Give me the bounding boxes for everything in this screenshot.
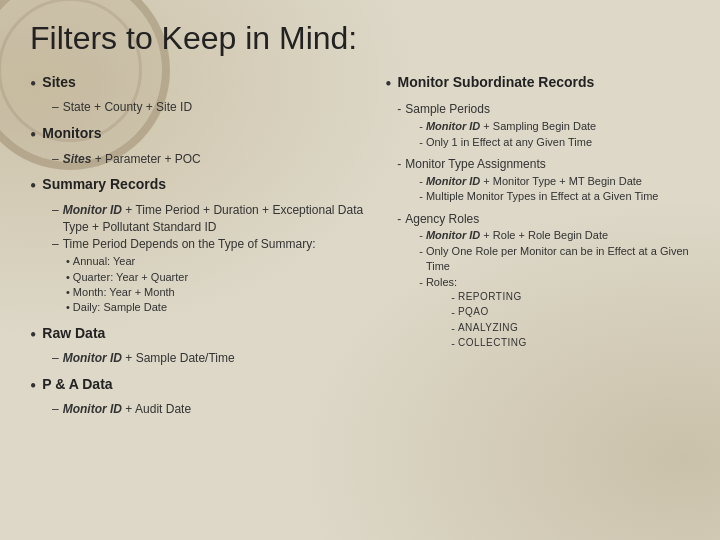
- sites-subitem: – State + County + Site ID: [52, 99, 365, 116]
- summary-type-quarter: •Quarter: Year + Quarter: [66, 270, 365, 285]
- left-column: • Sites – State + County + Site ID • Mon…: [30, 73, 365, 426]
- summary-records-section: • Summary Records – Monitor ID + Time Pe…: [30, 175, 365, 315]
- agency-roles-section: - Agency Roles - Monitor ID + Role + Rol…: [397, 211, 690, 352]
- raw-data-section: • Raw Data – Monitor ID + Sample Date/Ti…: [30, 324, 365, 367]
- sample-periods-sub-2: - Only 1 in Effect at any Given Time: [419, 135, 690, 150]
- monitor-type-sub-1: - Monitor ID + Monitor Type + MT Begin D…: [419, 174, 690, 189]
- page-title: Filters to Keep in Mind:: [30, 20, 690, 57]
- raw-data-subitem: – Monitor ID + Sample Date/Time: [52, 350, 365, 367]
- bullet-dot: •: [30, 375, 36, 398]
- agency-roles-header: - Agency Roles: [397, 211, 690, 228]
- sample-periods-section: - Sample Periods - Monitor ID + Sampling…: [397, 101, 690, 150]
- summary-subitem-1: – Monitor ID + Time Period + Duration + …: [52, 202, 365, 236]
- sites-section: • Sites – State + County + Site ID: [30, 73, 365, 116]
- summary-type-month: •Month: Year + Month: [66, 285, 365, 300]
- bullet-dot: •: [30, 324, 36, 347]
- agency-roles-sub-1: - Monitor ID + Role + Role Begin Date: [419, 228, 690, 243]
- pa-data-subitem: – Monitor ID + Audit Date: [52, 401, 365, 418]
- monitor-type-assignments-section: - Monitor Type Assignments - Monitor ID …: [397, 156, 690, 205]
- monitor-type-subitems: - Monitor ID + Monitor Type + MT Begin D…: [419, 174, 690, 205]
- monitor-type-header: - Monitor Type Assignments: [397, 156, 690, 173]
- bullet-dot: •: [30, 175, 36, 198]
- sample-periods-header: - Sample Periods: [397, 101, 690, 118]
- role-reporting: - REPORTING: [451, 290, 690, 305]
- sample-periods-sub-1: - Monitor ID + Sampling Begin Date: [419, 119, 690, 134]
- agency-roles-sub-2: - Only One Role per Monitor can be in Ef…: [419, 244, 690, 275]
- main-columns: • Sites – State + County + Site ID • Mon…: [30, 73, 690, 426]
- role-analyzing: - ANALYZING: [451, 321, 690, 336]
- monitor-subordinate-label: Monitor Subordinate Records: [398, 73, 595, 91]
- monitors-label: Monitors: [42, 124, 101, 142]
- summary-type-annual: •Annual: Year: [66, 254, 365, 269]
- bullet-dot-right: •: [385, 73, 391, 96]
- summary-types: •Annual: Year •Quarter: Year + Quarter •…: [66, 254, 365, 316]
- pa-data-section: • P & A Data – Monitor ID + Audit Date: [30, 375, 365, 418]
- monitors-section: • Monitors – Sites + Parameter + POC: [30, 124, 365, 167]
- sites-label: Sites: [42, 73, 75, 91]
- summary-type-daily: •Daily: Sample Date: [66, 300, 365, 315]
- right-column: • Monitor Subordinate Records - Sample P…: [385, 73, 690, 426]
- agency-roles-sub-3: - Roles:: [419, 275, 690, 290]
- bullet-dot: •: [30, 124, 36, 147]
- summary-subitem-2: – Time Period Depends on the Type of Sum…: [52, 236, 365, 253]
- raw-data-label: Raw Data: [42, 324, 105, 342]
- bullet-dot: •: [30, 73, 36, 96]
- role-pqao: - PQAO: [451, 305, 690, 320]
- roles-list: - REPORTING - PQAO - ANALYZING -: [451, 290, 690, 352]
- page-content: Filters to Keep in Mind: • Sites – State…: [0, 0, 720, 540]
- sample-periods-subitems: - Monitor ID + Sampling Begin Date - Onl…: [419, 119, 690, 150]
- pa-data-label: P & A Data: [42, 375, 112, 393]
- monitor-type-sub-2: - Multiple Monitor Types in Effect at a …: [419, 189, 690, 204]
- role-collecting: - COLLECTING: [451, 336, 690, 351]
- summary-label: Summary Records: [42, 175, 166, 193]
- monitors-subitem: – Sites + Parameter + POC: [52, 151, 365, 168]
- agency-roles-subitems: - Monitor ID + Role + Role Begin Date - …: [419, 228, 690, 351]
